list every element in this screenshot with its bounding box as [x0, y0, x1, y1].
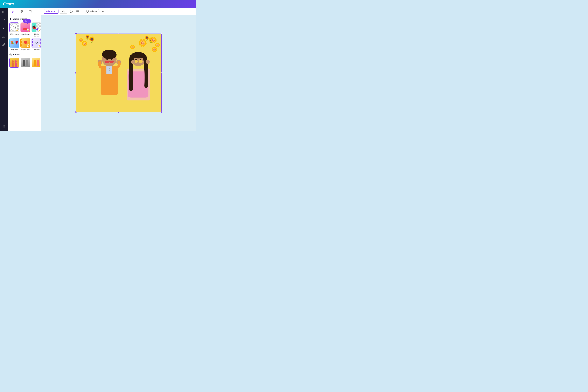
menu-button[interactable]	[75, 9, 80, 14]
svg-rect-47	[76, 12, 79, 12]
magic-grab-label: Magic Grab	[21, 49, 30, 50]
svg-point-51	[104, 11, 104, 12]
svg-rect-39	[34, 62, 36, 66]
harry-tooltip: Harry	[23, 19, 31, 23]
svg-point-36	[26, 60, 28, 62]
right-panel: Edit photo Flip	[42, 8, 196, 131]
svg-point-20	[22, 11, 22, 12]
svg-point-32	[14, 60, 17, 63]
svg-point-34	[23, 60, 25, 62]
magic-edit-label: Magic Edit	[10, 49, 18, 50]
filter-bw-people	[21, 59, 30, 67]
flower-top-right-2: 🌻	[144, 35, 150, 41]
svg-rect-4	[4, 20, 5, 21]
tool-magic-grab[interactable]: 🎈 👑 Magic Grab	[20, 38, 30, 50]
app-header: Canva	[0, 0, 196, 8]
animate-label: Animate	[90, 10, 97, 12]
svg-text:T: T	[3, 27, 4, 30]
filter-item-original[interactable]	[9, 58, 19, 68]
filter-bw-thumb	[20, 58, 30, 68]
tool-magic-edit[interactable]: 💐 🌹 Magic Edit	[9, 38, 19, 50]
flower-left: 🌼	[79, 38, 83, 42]
tool-magic-eraser[interactable]: Harry	[20, 22, 30, 37]
filters-section: Filters	[9, 54, 40, 68]
people-illustration: 🌼 🌻 🌼 🌼 🌻 🌼	[76, 34, 162, 112]
left-sidebar: T	[0, 8, 8, 131]
tab-adjust[interactable]	[17, 8, 26, 14]
svg-point-9	[4, 125, 5, 126]
svg-rect-33	[14, 63, 17, 67]
svg-point-7	[2, 125, 3, 126]
svg-point-13	[2, 127, 3, 128]
svg-rect-45	[76, 10, 79, 11]
main-layout: T	[0, 8, 196, 131]
crown-badge-text: 👑	[38, 44, 40, 47]
magic-eraser-thumb: 👑	[20, 22, 30, 32]
svg-point-81	[131, 60, 135, 64]
svg-point-21	[21, 12, 22, 12]
filter-original-people	[10, 60, 19, 68]
svg-point-62	[109, 70, 110, 71]
filter-item-bw[interactable]	[20, 58, 30, 68]
sidebar-item-draw[interactable]	[1, 42, 6, 47]
svg-rect-0	[2, 11, 4, 13]
filter-warm-thumb	[32, 58, 40, 68]
sidebar-item-upload[interactable]	[1, 34, 6, 39]
crown-badge-eraser: 👑	[27, 29, 30, 32]
canvas-photo: 🌼 🌻 🌼 🌼 🌻 🌼 🌼 🌻 �	[76, 34, 162, 112]
svg-point-10	[2, 126, 3, 126]
svg-point-65	[102, 50, 116, 59]
flip-button[interactable]: Flip	[60, 9, 68, 14]
tab-crop[interactable]	[26, 8, 35, 14]
canvas-image-wrapper[interactable]: 🌼 🌻 🌼 🌼 🌻 🌼 🌼 🌻 �	[76, 34, 162, 112]
svg-point-22	[14, 27, 15, 28]
svg-point-44	[71, 11, 71, 11]
bg-remover-label: BG Remover	[10, 33, 19, 35]
svg-rect-1	[4, 11, 5, 12]
flower-top-left: 🌻	[85, 34, 90, 40]
more-button[interactable]	[100, 9, 106, 14]
tab-effects[interactable]: fx	[9, 8, 17, 14]
filter-warm-people	[32, 59, 40, 67]
svg-point-14	[4, 127, 4, 128]
crown-badge-expand: 👑	[38, 29, 41, 32]
svg-rect-37	[26, 62, 28, 66]
sidebar-item-apps[interactable]	[1, 124, 6, 129]
svg-rect-35	[23, 62, 25, 66]
more-icon	[102, 10, 105, 13]
svg-point-30	[12, 60, 14, 63]
info-button[interactable]	[68, 9, 74, 14]
crown-badge-grab: 👑	[27, 44, 30, 47]
sidebar-item-text[interactable]: T	[1, 26, 6, 31]
canvas-area: 🌼 🌻 🌼 🌼 🌻 🌼 🌼 🌻 �	[42, 15, 196, 131]
magic-grab-thumb: 🎈 👑	[20, 38, 30, 48]
edit-photo-button[interactable]: Edit photo	[44, 9, 58, 14]
tool-grab-text[interactable]: Aa 👑 Grab Text	[32, 38, 42, 50]
svg-point-50	[103, 11, 104, 12]
svg-point-8	[4, 125, 4, 126]
sidebar-item-elements[interactable]	[1, 18, 6, 23]
svg-point-67	[111, 58, 112, 60]
svg-point-29	[10, 54, 11, 54]
svg-point-76	[135, 59, 137, 60]
bg-remover-thumb: 👑	[9, 22, 19, 32]
animate-button[interactable]: Animate	[84, 9, 100, 14]
tool-bg-remover[interactable]: 👑 BG Remover	[9, 22, 19, 37]
magic-edit-thumb: 💐 🌹	[9, 38, 19, 48]
svg-point-82	[146, 60, 150, 64]
svg-rect-2	[4, 12, 5, 13]
filters-row	[9, 58, 40, 68]
edit-panel: fx ✦	[8, 8, 42, 131]
svg-rect-79	[138, 60, 142, 63]
filter-item-warm[interactable]	[32, 58, 40, 68]
filters-header: Filters	[9, 54, 40, 56]
svg-point-75	[131, 52, 145, 58]
canva-logo: Canva	[3, 2, 14, 6]
filter-original-thumb	[9, 58, 19, 68]
sidebar-item-templates[interactable]	[1, 9, 6, 14]
animate-icon	[86, 10, 89, 13]
hamburger-icon	[76, 10, 79, 13]
crown-badge-bg-remover: 👑	[16, 29, 18, 32]
tool-magic-expand[interactable]: 🐞 ◀ 👑 Magic Expand	[32, 22, 42, 37]
magic-expand-thumb: 🐞 ◀ 👑	[32, 22, 42, 32]
